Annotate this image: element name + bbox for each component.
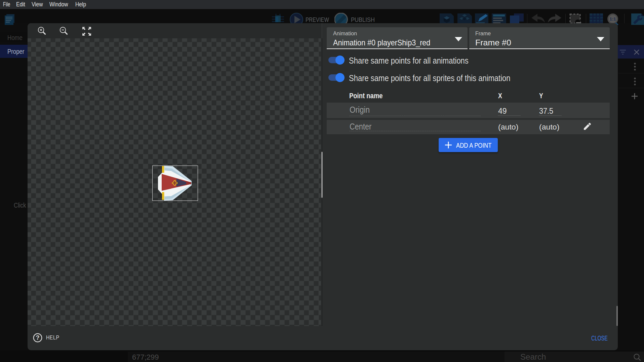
svg-text:?: ? (36, 334, 40, 341)
svg-text:1:1: 1:1 (610, 16, 616, 22)
